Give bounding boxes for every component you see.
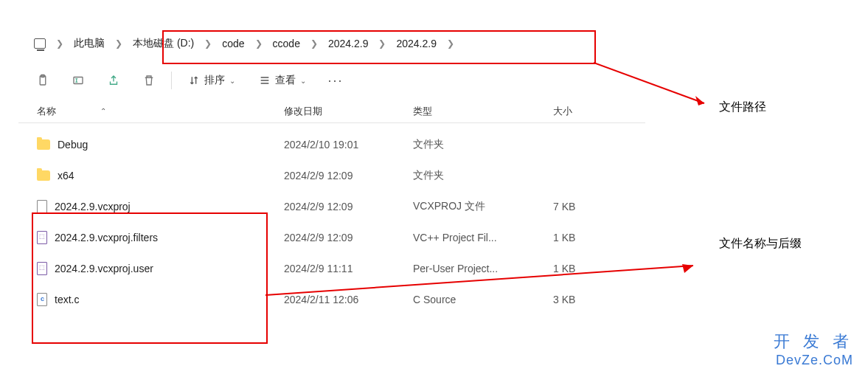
chevron-right-icon[interactable]: ❯ <box>198 38 218 49</box>
file-name-cell: 2024.2.9.vcxproj.filters <box>37 231 284 244</box>
sort-ascending-icon: ⌃ <box>100 107 106 115</box>
sort-label: 排序 <box>204 74 225 87</box>
file-row[interactable]: 2024.2.9.vcxproj.user2024/2/9 11:11Per-U… <box>18 253 645 284</box>
chevron-right-icon[interactable]: ❯ <box>249 38 268 49</box>
file-date: 2024/2/9 11:11 <box>284 263 413 274</box>
chevron-right-icon[interactable]: ❯ <box>109 38 128 49</box>
sort-button[interactable]: 排序 ⌄ <box>181 69 243 91</box>
file-date: 2024/2/11 12:06 <box>284 294 413 305</box>
column-name-label: 名称 <box>37 105 56 118</box>
file-name: Debug <box>58 139 88 151</box>
file-row[interactable]: 2024.2.9.vcxproj.filters2024/2/9 12:09VC… <box>18 222 645 253</box>
toolbar-divider <box>171 72 172 89</box>
file-name-cell: x64 <box>37 170 284 181</box>
file-name-cell: text.c <box>37 293 284 306</box>
file-type: C Source <box>413 294 553 305</box>
file-size: 1 KB <box>553 232 642 243</box>
folder-icon <box>37 170 50 181</box>
computer-icon[interactable] <box>29 35 50 52</box>
file-type: VCXPROJ 文件 <box>413 200 553 213</box>
file-explorer-window: ❯ 此电脑 ❯ 本地磁盘 (D:) ❯ code ❯ ccode ❯ 2024.… <box>18 26 645 315</box>
file-date: 2024/2/9 12:09 <box>284 170 413 181</box>
file-type: Per-User Project... <box>413 263 553 274</box>
column-name[interactable]: 名称 ⌃ <box>37 105 284 118</box>
breadcrumb-drive-d[interactable]: 本地磁盘 (D:) <box>128 34 198 53</box>
toolbar: 排序 ⌄ 查看 ⌄ ··· <box>18 61 645 100</box>
breadcrumb-this-pc[interactable]: 此电脑 <box>69 34 109 53</box>
more-icon[interactable]: ··· <box>322 67 349 94</box>
chevron-down-icon: ⌄ <box>229 77 235 85</box>
column-size[interactable]: 大小 <box>553 105 642 118</box>
clipboard-icon[interactable] <box>29 67 56 94</box>
file-size: 1 KB <box>553 263 642 274</box>
file-name: 2024.2.9.vcxproj.filters <box>55 232 158 243</box>
file-name: text.c <box>55 294 79 305</box>
chevron-right-icon[interactable]: ❯ <box>50 38 69 49</box>
trash-icon[interactable] <box>136 67 162 94</box>
c-source-icon <box>37 293 47 306</box>
file-date: 2024/2/9 12:09 <box>284 201 413 212</box>
view-button[interactable]: 查看 ⌄ <box>251 69 313 91</box>
svg-marker-6 <box>682 264 693 273</box>
view-label: 查看 <box>275 74 296 87</box>
watermark-line1: 开 发 者 <box>774 331 853 353</box>
folder-icon <box>37 139 50 150</box>
chevron-right-icon[interactable]: ❯ <box>441 38 460 49</box>
file-type: VC++ Project Fil... <box>413 232 553 243</box>
chevron-right-icon[interactable]: ❯ <box>372 38 392 49</box>
file-name: 2024.2.9.vcxproj.user <box>55 263 153 274</box>
file-name-cell: 2024.2.9.vcxproj <box>37 200 284 213</box>
file-row[interactable]: x642024/2/9 12:09文件夹 <box>18 160 645 191</box>
vcxproj-icon <box>37 231 47 244</box>
file-icon <box>37 200 47 213</box>
file-name-cell: 2024.2.9.vcxproj.user <box>37 262 284 275</box>
file-row[interactable]: Debug2024/2/10 19:01文件夹 <box>18 129 645 160</box>
file-type: 文件夹 <box>413 138 553 151</box>
file-list: Debug2024/2/10 19:01文件夹x642024/2/9 12:09… <box>18 123 645 315</box>
column-type[interactable]: 类型 <box>413 105 553 118</box>
file-size: 3 KB <box>553 294 642 305</box>
file-type: 文件夹 <box>413 169 553 182</box>
table-header: 名称 ⌃ 修改日期 类型 大小 <box>18 100 645 123</box>
watermark: 开 发 者 DevZe.CoM <box>774 331 853 368</box>
file-row[interactable]: text.c2024/2/11 12:06C Source3 KB <box>18 284 645 315</box>
breadcrumb-code[interactable]: code <box>218 35 249 52</box>
annotation-filename-label: 文件名称与后缀 <box>719 236 802 252</box>
file-name: x64 <box>58 170 74 181</box>
chevron-down-icon: ⌄ <box>300 77 306 85</box>
column-date[interactable]: 修改日期 <box>284 105 413 118</box>
watermark-line2: DevZe.CoM <box>774 353 853 368</box>
file-row[interactable]: 2024.2.9.vcxproj2024/2/9 12:09VCXPROJ 文件… <box>18 191 645 222</box>
breadcrumb-folder-1[interactable]: 2024.2.9 <box>324 35 373 52</box>
breadcrumb-bar: ❯ 此电脑 ❯ 本地磁盘 (D:) ❯ code ❯ ccode ❯ 2024.… <box>18 26 645 61</box>
annotation-path-label: 文件路径 <box>719 100 766 115</box>
file-name: 2024.2.9.vcxproj <box>55 201 131 212</box>
svg-rect-2 <box>74 77 83 84</box>
vcxproj-icon <box>37 262 47 275</box>
breadcrumb-ccode[interactable]: ccode <box>268 35 305 52</box>
file-date: 2024/2/9 12:09 <box>284 232 413 243</box>
breadcrumb-folder-2[interactable]: 2024.2.9 <box>392 35 441 52</box>
rename-icon[interactable] <box>65 67 91 94</box>
svg-marker-4 <box>695 96 704 106</box>
chevron-right-icon[interactable]: ❯ <box>305 38 324 49</box>
share-icon[interactable] <box>100 67 127 94</box>
file-name-cell: Debug <box>37 139 284 151</box>
file-date: 2024/2/10 19:01 <box>284 139 413 151</box>
file-size: 7 KB <box>553 201 642 212</box>
